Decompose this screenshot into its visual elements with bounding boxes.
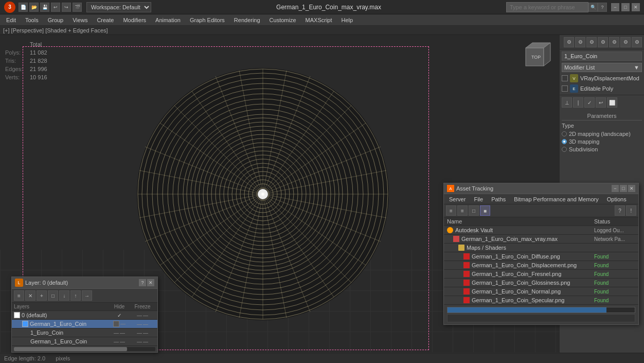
- asset-tb-2[interactable]: ≡: [457, 205, 468, 216]
- asset-row-displacement[interactable]: German_1_Euro_Coin_Displacement.png Foun…: [444, 261, 638, 270]
- undo-icon[interactable]: ↩: [51, 3, 60, 12]
- maximize-button[interactable]: □: [621, 3, 630, 11]
- asset-row-specular[interactable]: German_1_Euro_Coin_Specular.png Found: [444, 296, 638, 305]
- rp-icon-7[interactable]: ⚙: [632, 37, 642, 47]
- layer-title-bar: L Layer: 0 (default) ? ✕: [12, 277, 157, 289]
- rp-icon-5[interactable]: ⚙: [609, 37, 619, 47]
- rp-icon-2[interactable]: ⚙: [575, 37, 585, 47]
- menu-item-create[interactable]: Create: [93, 16, 118, 24]
- asset-menu-file[interactable]: File: [471, 196, 486, 202]
- layer-help-button[interactable]: ?: [139, 279, 146, 286]
- rp-tool-4[interactable]: ↩: [596, 97, 606, 108]
- layer-tb-select[interactable]: □: [48, 290, 58, 301]
- open-icon[interactable]: 📂: [29, 3, 39, 12]
- radio-2d-mapping[interactable]: 2D mapping (landscape): [562, 131, 642, 137]
- window-controls: − □ ✕: [611, 3, 640, 11]
- layer-tb-down[interactable]: ↓: [59, 290, 69, 301]
- asset-tb-1[interactable]: ≡: [446, 205, 456, 216]
- radio-dot[interactable]: [562, 131, 567, 136]
- modifier-name: Editable Poly: [580, 85, 613, 92]
- asset-close-button[interactable]: ✕: [628, 185, 635, 192]
- asset-min-button[interactable]: −: [612, 185, 619, 192]
- close-button[interactable]: ✕: [632, 3, 640, 11]
- menu-item-animation[interactable]: Animation: [151, 16, 185, 24]
- asset-title-left: A Asset Tracking: [447, 185, 493, 192]
- rp-tool-1[interactable]: ⊥: [562, 97, 572, 108]
- asset-status: Network Pa...: [594, 236, 635, 242]
- search-input[interactable]: [506, 2, 588, 12]
- layer-scroll-thumb[interactable]: [14, 347, 127, 351]
- new-icon[interactable]: 📄: [19, 3, 28, 12]
- menu-item-help[interactable]: Help: [337, 16, 357, 24]
- menu-item-customize[interactable]: Customize: [265, 16, 300, 24]
- menu-item-group[interactable]: Group: [44, 16, 68, 24]
- menu-item-views[interactable]: Views: [68, 16, 92, 24]
- asset-row-glossiness[interactable]: German_1_Euro_Coin_Glossiness.png Found: [444, 279, 638, 287]
- asset-max-button[interactable]: □: [620, 185, 627, 192]
- layer-row-german-coin[interactable]: German_1_Euro_Coin — — —: [12, 320, 157, 329]
- asset-menu-server[interactable]: Server: [446, 196, 469, 202]
- asset-tb-help[interactable]: ?: [615, 205, 625, 216]
- radio-dot-selected[interactable]: [562, 139, 567, 144]
- asset-row-fresnel[interactable]: German_1_Euro_Coin_Fresnel.png Found: [444, 270, 638, 279]
- rp-icon-3[interactable]: ⚙: [586, 37, 597, 47]
- asset-name: Maps / Shaders: [467, 245, 506, 251]
- redo-icon[interactable]: ↪: [62, 3, 71, 12]
- minimize-button[interactable]: −: [611, 3, 619, 11]
- menu-item-rendering[interactable]: Rendering: [230, 16, 264, 24]
- menu-item-graph-editors[interactable]: Graph Editors: [186, 16, 229, 24]
- layer-title-left: L Layer: 0 (default): [15, 279, 68, 287]
- scene-icon[interactable]: 🎬: [73, 3, 82, 12]
- layer-tb-add[interactable]: +: [37, 290, 47, 301]
- view-cube[interactable]: TOP: [523, 40, 554, 71]
- modifier-entry[interactable]: E Editable Poly: [562, 83, 642, 94]
- modifier-checkbox[interactable]: [562, 75, 568, 81]
- asset-progress-bar: [447, 307, 635, 313]
- asset-row-max-file[interactable]: German_1_Euro_Coin_max_vray.max Network …: [444, 235, 638, 244]
- asset-row-vault[interactable]: Autodesk Vault Logged Ou...: [444, 226, 638, 235]
- menu-item-modifiers[interactable]: Modifiers: [119, 16, 150, 24]
- asset-menu-paths[interactable]: Paths: [488, 196, 509, 202]
- rp-tool-2[interactable]: |: [573, 97, 583, 108]
- hide-check: ✓: [117, 313, 121, 318]
- asset-tb-4[interactable]: ■: [480, 205, 490, 216]
- layer-tb-list[interactable]: ≡: [14, 290, 24, 301]
- modifier-checkbox[interactable]: [562, 85, 568, 92]
- menu-item-maxscript[interactable]: MAXScript: [301, 16, 336, 24]
- asset-tb-3[interactable]: □: [469, 205, 479, 216]
- layer-scrollbar[interactable]: [14, 347, 155, 351]
- menu-item-edit[interactable]: Edit: [2, 16, 20, 24]
- rp-icon-6[interactable]: ⚙: [620, 37, 631, 47]
- rp-tool-5[interactable]: ⬜: [607, 97, 617, 108]
- rp-icon-1[interactable]: ⚙: [564, 37, 574, 47]
- layer-row-german2[interactable]: German_1_Euro_Coin — — — —: [12, 337, 157, 346]
- menu-item-tools[interactable]: Tools: [21, 16, 43, 24]
- radio-dot[interactable]: [562, 147, 567, 152]
- asset-name: German_1_Euro_Coin_max_vray.max: [461, 236, 558, 242]
- asset-row-normal[interactable]: German_1_Euro_Coin_Normal.png Found: [444, 287, 638, 296]
- asset-menu-bitmap[interactable]: Bitmap Performance and Memory: [511, 196, 601, 202]
- help-icon[interactable]: ?: [598, 3, 607, 12]
- rp-icon-4[interactable]: ⚙: [598, 37, 608, 47]
- modifier-list-label[interactable]: Modifier List ▼: [562, 63, 642, 72]
- workspace-selector[interactable]: Workspace: Default: [86, 2, 151, 12]
- object-name-field[interactable]: 1_Euro_Coin: [562, 51, 642, 61]
- asset-row-diffuse[interactable]: German_1_Euro_Coin_Diffuse.png Found: [444, 252, 638, 261]
- modifier-entry[interactable]: V VRayDisplacementMod: [562, 73, 642, 83]
- layer-hide-cb[interactable]: [113, 321, 119, 327]
- radio-3d-mapping[interactable]: 3D mapping: [562, 139, 642, 145]
- save-icon[interactable]: 💾: [40, 3, 49, 12]
- search-icon[interactable]: 🔍: [588, 3, 598, 12]
- asset-row-maps[interactable]: Maps / Shaders: [444, 244, 638, 252]
- layer-tb-up[interactable]: ↑: [70, 290, 81, 301]
- layer-tb-delete[interactable]: ✕: [25, 290, 35, 301]
- layer-close-button[interactable]: ✕: [147, 279, 154, 286]
- radio-subdivision[interactable]: Subdivision: [562, 146, 642, 152]
- asset-tb-warn[interactable]: !: [626, 205, 636, 216]
- rp-tool-3[interactable]: ✓: [584, 97, 595, 108]
- layer-row-euro-coin[interactable]: 1_Euro_Coin — — — —: [12, 329, 157, 337]
- asset-menu-options[interactable]: Options: [604, 196, 630, 202]
- asset-status: Found: [594, 263, 635, 268]
- layer-tb-move[interactable]: →: [82, 290, 92, 301]
- layer-row-default[interactable]: 0 (default) ✓ — —: [12, 311, 157, 320]
